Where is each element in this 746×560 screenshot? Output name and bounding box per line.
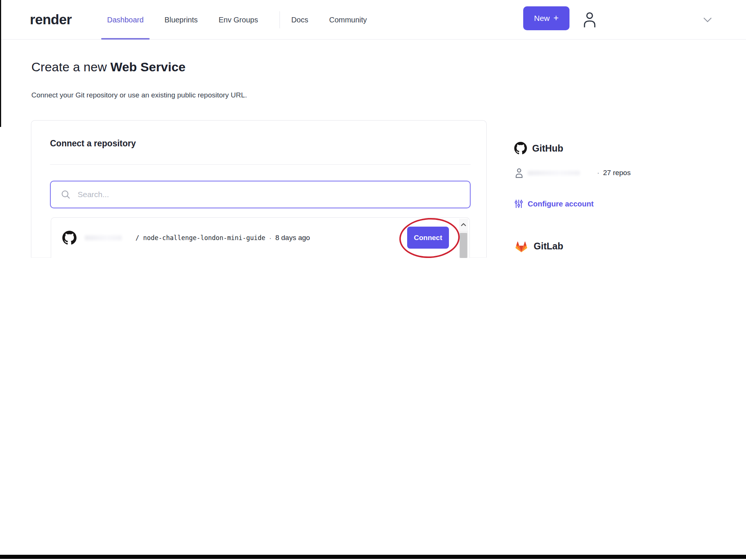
bottom-edge-artifact — [0, 555, 746, 559]
github-icon — [62, 231, 77, 245]
chevron-down-icon — [703, 17, 712, 23]
account-user-icon — [514, 167, 524, 178]
connect-repository-card: Connect a repository / node-challenge-lo — [31, 120, 487, 258]
github-icon — [514, 142, 527, 155]
repository-search-box — [50, 181, 471, 208]
top-navigation-bar: render Dashboard Blueprints Env Groups D… — [0, 0, 746, 40]
new-service-button[interactable]: New + — [523, 6, 569, 30]
main-nav: Dashboard Blueprints Env Groups Docs Com… — [106, 0, 387, 40]
connect-button[interactable]: Connect — [407, 227, 449, 249]
account-separator-dot: · — [597, 169, 599, 177]
nav-item-env-groups[interactable]: Env Groups — [218, 0, 259, 40]
configure-account-link[interactable]: Configure account — [514, 199, 594, 209]
search-icon — [60, 189, 71, 200]
scrollbar-up-button[interactable] — [459, 219, 468, 231]
user-icon — [581, 10, 598, 29]
repository-row[interactable]: / node-challenge-london-mini-guide · 8 d… — [51, 218, 469, 258]
repository-path: / node-challenge-london-mini-guide — [135, 234, 265, 242]
nav-divider — [280, 11, 280, 28]
repository-list: / node-challenge-london-mini-guide · 8 d… — [51, 217, 470, 258]
nav-item-dashboard[interactable]: Dashboard — [106, 0, 144, 40]
github-account-row: · 27 repos — [514, 167, 731, 178]
nav-item-blueprints[interactable]: Blueprints — [164, 0, 199, 40]
left-edge-artifact — [0, 0, 1, 127]
page-title-prefix: Create a new — [31, 60, 107, 74]
page-title-emphasis: Web Service — [110, 60, 186, 74]
gitlab-title: GitLab — [534, 241, 563, 252]
header-dropdown-toggle[interactable] — [700, 13, 715, 27]
git-providers-panel: GitHub · 27 repos — [514, 142, 731, 253]
redacted-username — [85, 235, 122, 240]
render-logo[interactable]: render — [30, 0, 72, 40]
nav-item-community[interactable]: Community — [328, 0, 368, 40]
card-heading: Connect a repository — [50, 139, 136, 149]
page-subtitle: Connect your Git repository or use an ex… — [31, 91, 247, 99]
repo-count-label: 27 repos — [603, 169, 631, 177]
page-title: Create a new Web Service — [31, 60, 185, 74]
repo-list-scrollbar[interactable] — [459, 219, 468, 258]
search-input[interactable] — [78, 183, 470, 206]
gitlab-icon — [514, 239, 528, 253]
github-provider-header: GitHub — [514, 142, 731, 155]
redacted-account-name — [528, 171, 580, 175]
configure-account-label: Configure account — [528, 200, 594, 208]
user-avatar-button[interactable] — [579, 9, 600, 31]
card-divider — [50, 164, 471, 165]
nav-item-docs[interactable]: Docs — [290, 0, 309, 40]
repository-updated-time: 8 days ago — [275, 234, 310, 242]
github-title: GitHub — [532, 143, 563, 154]
new-button-label: New — [534, 14, 550, 23]
plus-icon: + — [553, 13, 559, 23]
chevron-up-icon — [461, 223, 466, 227]
scrollbar-thumb[interactable] — [460, 233, 467, 258]
repo-separator-dot: · — [269, 234, 272, 242]
render-dashboard-screen: render Dashboard Blueprints Env Groups D… — [0, 0, 746, 560]
gitlab-provider-header: GitLab — [514, 239, 731, 253]
sliders-icon — [514, 199, 523, 209]
github-repo-count: · 27 repos — [597, 169, 631, 177]
